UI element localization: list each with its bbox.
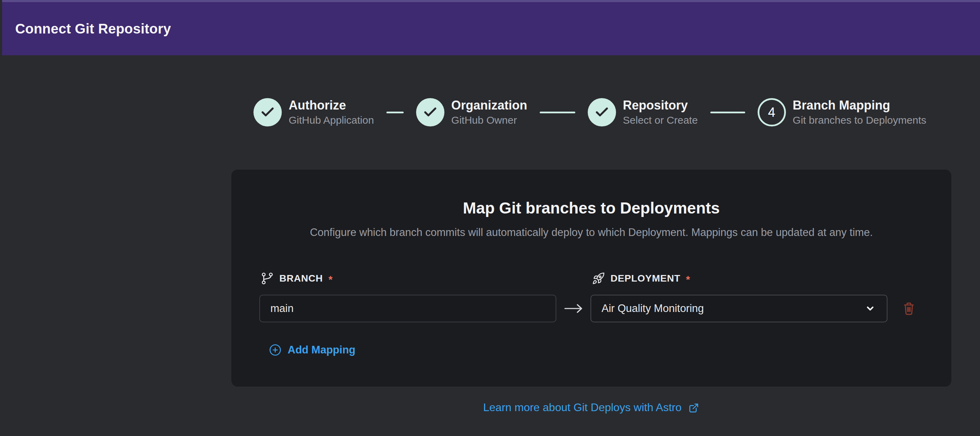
add-mapping-label: Add Mapping bbox=[288, 344, 355, 356]
maps-to-arrow-icon bbox=[556, 295, 590, 323]
wizard-stepper: Authorize GitHub Application Organizatio… bbox=[253, 98, 926, 127]
plus-circle-icon bbox=[269, 344, 282, 356]
check-icon bbox=[594, 105, 609, 120]
learn-more-label: Learn more about Git Deploys with Astro bbox=[483, 401, 682, 414]
deployment-select[interactable]: Air Quality Monitoring bbox=[590, 295, 888, 323]
modal-header: Connect Git Repository bbox=[2, 0, 980, 55]
step-connector bbox=[387, 112, 404, 113]
branch-label: BRANCH * bbox=[261, 271, 556, 286]
check-icon bbox=[260, 105, 275, 120]
step-complete-circle bbox=[588, 98, 616, 126]
branch-field: BRANCH * bbox=[259, 271, 556, 323]
step-title: Branch Mapping bbox=[793, 98, 926, 112]
card-title: Map Git branches to Deployments bbox=[259, 199, 923, 217]
step-title: Authorize bbox=[289, 98, 374, 112]
learn-more-link[interactable]: Learn more about Git Deploys with Astro bbox=[483, 401, 700, 414]
required-marker: * bbox=[328, 274, 332, 285]
trash-icon bbox=[901, 301, 916, 316]
step-complete-circle bbox=[253, 98, 282, 126]
step-connector bbox=[540, 112, 575, 113]
branch-input[interactable] bbox=[259, 295, 556, 323]
step-repository[interactable]: Repository Select or Create bbox=[588, 98, 698, 126]
step-title: Organization bbox=[451, 98, 527, 112]
modal-title: Connect Git Repository bbox=[15, 21, 171, 37]
branch-mapping-card: Map Git branches to Deployments Configur… bbox=[231, 169, 951, 386]
step-subtitle: GitHub Application bbox=[289, 114, 374, 126]
branch-label-text: BRANCH bbox=[279, 273, 323, 284]
delete-mapping-button[interactable] bbox=[901, 295, 916, 323]
modal-footer: Learn more about Git Deploys with Astro bbox=[231, 401, 951, 414]
step-organization[interactable]: Organization GitHub Owner bbox=[416, 98, 527, 126]
check-icon bbox=[423, 105, 438, 120]
required-marker: * bbox=[686, 274, 690, 285]
deployment-label-text: DEPLOYMENT bbox=[611, 273, 680, 284]
step-subtitle: Git branches to Deployments bbox=[793, 114, 926, 126]
card-subtitle: Configure which branch commits will auto… bbox=[259, 226, 923, 239]
deployment-selected-value: Air Quality Monitoring bbox=[601, 302, 704, 315]
rocket-icon bbox=[592, 272, 605, 285]
chevron-down-icon bbox=[864, 302, 877, 315]
step-branch-mapping[interactable]: 4 Branch Mapping Git branches to Deploym… bbox=[757, 98, 926, 126]
step-authorize[interactable]: Authorize GitHub Application bbox=[253, 98, 374, 126]
step-subtitle: GitHub Owner bbox=[451, 114, 527, 126]
step-subtitle: Select or Create bbox=[623, 114, 698, 126]
deployment-label: DEPLOYMENT * bbox=[592, 271, 888, 286]
step-current-circle: 4 bbox=[757, 98, 786, 126]
git-branch-icon bbox=[261, 272, 274, 285]
step-number: 4 bbox=[768, 105, 775, 120]
external-link-icon bbox=[688, 402, 700, 414]
step-complete-circle bbox=[416, 98, 444, 126]
add-mapping-button[interactable]: Add Mapping bbox=[269, 344, 355, 356]
mapping-row: BRANCH * bbox=[259, 271, 923, 323]
step-title: Repository bbox=[623, 98, 698, 112]
step-connector bbox=[710, 112, 745, 113]
deployment-field: DEPLOYMENT * Air Quality Monitoring bbox=[590, 271, 888, 323]
